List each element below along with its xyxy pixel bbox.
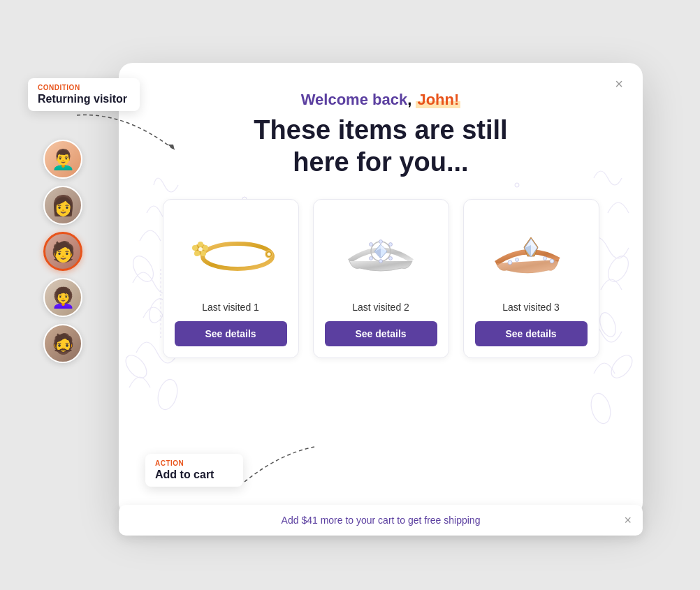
modal-content: Welcome back, John! These items are stil… xyxy=(119,63,643,379)
product-name-1: Last visited 1 xyxy=(175,302,287,313)
see-details-button-2[interactable]: See details xyxy=(325,321,437,346)
welcome-separator: , xyxy=(407,91,416,108)
products-grid: Last visited 1 See details xyxy=(154,199,608,358)
svg-point-3 xyxy=(155,377,181,411)
product-image-2 xyxy=(325,211,437,295)
svg-point-29 xyxy=(370,257,373,260)
condition-value: Returning visitor xyxy=(38,93,130,105)
avatars-sidebar: 👨‍🦱 👩 🧑 👩‍🦱 🧔 xyxy=(43,140,82,363)
svg-point-19 xyxy=(194,251,200,256)
bottom-notification-bar: Add $41 more to your cart to get free sh… xyxy=(119,505,643,536)
avatar-face-2: 👩 xyxy=(45,187,81,223)
action-label: ACTION xyxy=(155,459,233,467)
svg-point-16 xyxy=(198,242,203,247)
product-image-3 xyxy=(475,211,588,295)
ring-svg-3 xyxy=(479,225,583,281)
headline-line2: here for you... xyxy=(293,147,468,177)
scene: CONDITION Returning visitor 👨‍🦱 👩 🧑 👩‍🦱 … xyxy=(0,0,700,590)
svg-point-25 xyxy=(379,240,383,244)
svg-point-20 xyxy=(192,245,198,251)
svg-point-39 xyxy=(544,257,547,260)
avatar-face-5: 🧔 xyxy=(45,325,81,362)
avatar-face-3: 🧑 xyxy=(45,234,80,269)
action-value: Add to cart xyxy=(155,469,233,481)
ring-svg-2 xyxy=(328,225,433,281)
product-card-2: Last visited 2 See details xyxy=(313,199,449,358)
avatar-face-4: 👩‍🦱 xyxy=(45,279,81,316)
headline-line1: These items are still xyxy=(254,115,507,145)
svg-point-17 xyxy=(203,245,208,251)
product-card-1: Last visited 1 See details xyxy=(163,199,299,358)
product-name-3: Last visited 3 xyxy=(475,302,588,313)
welcome-name-text: John! xyxy=(416,91,460,108)
see-details-button-3[interactable]: See details xyxy=(475,321,588,346)
modal-close-button[interactable]: × xyxy=(609,74,629,94)
product-name-2: Last visited 2 xyxy=(325,302,437,313)
modal-headline: These items are still here for you... xyxy=(154,115,608,178)
condition-label: CONDITION xyxy=(38,84,130,91)
svg-point-38 xyxy=(516,258,519,262)
avatar-4[interactable]: 👩‍🦱 xyxy=(43,278,82,317)
svg-point-40 xyxy=(550,259,554,263)
bottom-bar-close-button[interactable]: × xyxy=(624,513,632,528)
svg-point-7 xyxy=(588,391,614,425)
product-image-1 xyxy=(175,211,287,295)
product-card-3: Last visited 3 See details xyxy=(463,199,599,358)
bottom-bar-text: Add $41 more to your cart to get free sh… xyxy=(282,515,481,526)
avatar-3[interactable]: 🧑 xyxy=(43,232,82,271)
svg-point-28 xyxy=(379,260,383,263)
welcome-purple-text: Welcome back xyxy=(301,91,407,108)
avatar-1[interactable]: 👨‍🦱 xyxy=(43,140,82,179)
avatar-face-1: 👨‍🦱 xyxy=(45,141,81,177)
svg-point-21 xyxy=(198,247,203,251)
svg-point-26 xyxy=(389,243,393,246)
condition-badge: CONDITION Returning visitor xyxy=(28,78,140,111)
svg-point-37 xyxy=(508,260,512,265)
svg-point-18 xyxy=(200,251,206,256)
action-badge: ACTION Add to cart xyxy=(145,454,243,487)
svg-point-23 xyxy=(268,253,271,256)
svg-point-27 xyxy=(389,257,393,260)
ring-svg-1 xyxy=(178,225,283,281)
see-details-button-1[interactable]: See details xyxy=(175,321,287,346)
avatar-2[interactable]: 👩 xyxy=(43,186,82,225)
welcome-heading: Welcome back, John! xyxy=(154,91,608,109)
avatar-5[interactable]: 🧔 xyxy=(43,324,82,363)
modal-container: × Welcome back, John! These items are st… xyxy=(119,63,643,517)
svg-point-30 xyxy=(370,243,373,246)
svg-point-14 xyxy=(203,244,272,269)
